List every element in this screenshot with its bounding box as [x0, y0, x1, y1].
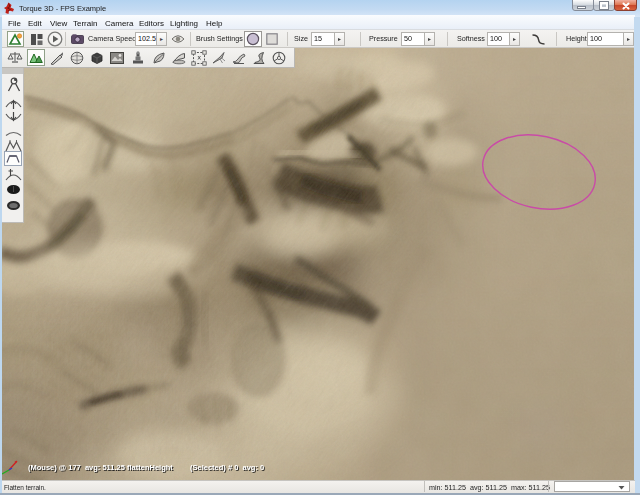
svg-text:(Mouse) @ 177 avg: 511.25 fla: (Mouse) @ 177 avg: 511.25 flattenHeight	[28, 463, 173, 472]
svg-text:(Selected) # 0 avg: 0: (Selected) # 0 avg: 0	[190, 463, 264, 472]
